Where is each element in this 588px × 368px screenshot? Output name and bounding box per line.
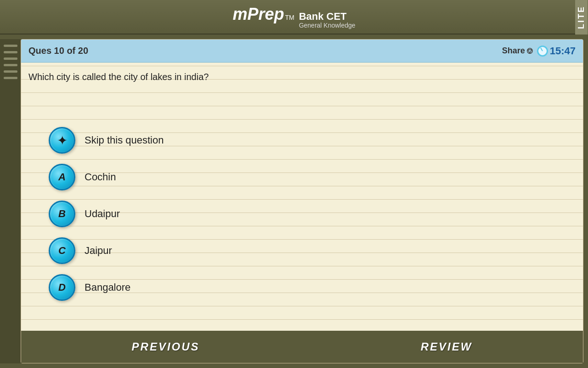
tab-decoration (4, 58, 17, 60)
previous-button[interactable]: PREVIOUS (132, 340, 200, 353)
skip-symbol: ✦ (57, 133, 68, 148)
share-icon: ⎊ (527, 46, 532, 56)
app-header: mPrep TM Bank CET General Knowledge LITE (0, 0, 588, 34)
option-b[interactable]: B Udaipur (49, 198, 555, 230)
skip-label: Skip this question (85, 134, 164, 146)
tab-decoration (4, 45, 17, 47)
option-d-symbol: D (58, 282, 66, 293)
timer-value: 15:47 (550, 45, 576, 57)
option-c-label: Jaipur (85, 245, 112, 257)
timer-icon (537, 46, 548, 57)
option-d-circle: D (49, 274, 75, 301)
share-button[interactable]: Share ⎊ (502, 46, 532, 56)
share-label: Share (502, 46, 525, 56)
option-c[interactable]: C Jaipur (49, 235, 555, 267)
review-button[interactable]: REVIEW (421, 340, 473, 353)
options-area: ✦ Skip this question A Cochin B Udaipur … (21, 115, 583, 313)
question-header-bar: Ques 10 of 20 Share ⎊ 15:47 (21, 40, 583, 63)
option-d[interactable]: D Bangalore (49, 271, 555, 304)
option-b-label: Udaipur (85, 208, 120, 220)
option-b-symbol: B (58, 208, 66, 220)
option-c-circle: C (49, 237, 75, 264)
tab-decoration (4, 77, 17, 79)
bank-cet-block: Bank CET General Knowledge (299, 11, 356, 29)
tab-decoration (4, 64, 17, 66)
trademark-symbol: TM (285, 14, 294, 21)
question-text: Which city is called the city of lakes i… (21, 63, 583, 87)
mprep-logo: mPrep (232, 5, 284, 24)
option-a-circle: A (49, 164, 75, 190)
bank-cet-title: Bank CET (299, 11, 347, 22)
option-skip[interactable]: ✦ Skip this question (49, 124, 555, 156)
question-counter: Ques 10 of 20 (28, 46, 88, 56)
timer-display: 15:47 (537, 45, 576, 57)
option-a-label: Cochin (85, 171, 116, 183)
tab-decoration (4, 51, 17, 53)
skip-circle: ✦ (49, 127, 75, 154)
bottom-navigation: PREVIOUS REVIEW (21, 331, 583, 363)
option-d-label: Bangalore (85, 282, 130, 293)
option-a[interactable]: A Cochin (49, 161, 555, 193)
option-c-symbol: C (58, 245, 66, 257)
header-right-controls: Share ⎊ 15:47 (502, 45, 576, 57)
general-knowledge-subtitle: General Knowledge (299, 22, 356, 29)
logo-block: mPrep TM Bank CET General Knowledge (232, 5, 355, 29)
option-a-symbol: A (58, 171, 66, 183)
left-tab-strip (0, 39, 21, 363)
option-b-circle: B (49, 201, 75, 227)
tab-decoration (4, 70, 17, 73)
main-content-area: Ques 10 of 20 Share ⎊ 15:47 Which city i… (21, 39, 583, 363)
lite-badge: LITE (575, 0, 588, 34)
